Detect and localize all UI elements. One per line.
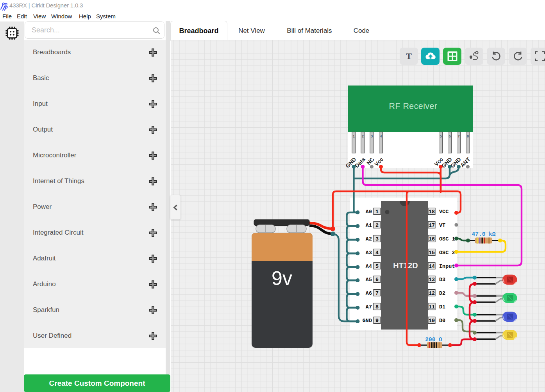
svg-text:6: 6 (449, 134, 450, 138)
svg-text:8: 8 (375, 304, 379, 310)
svg-text:6: 6 (375, 277, 379, 283)
svg-text:A1: A1 (366, 223, 372, 228)
svg-text:A5: A5 (366, 277, 372, 283)
svg-text:9v: 9v (272, 267, 292, 289)
svg-text:18: 18 (429, 209, 435, 215)
svg-text:3: 3 (375, 236, 379, 242)
svg-text:OSC 1: OSC 1 (439, 236, 455, 242)
svg-text:7: 7 (375, 290, 379, 296)
svg-text:4: 4 (375, 250, 379, 256)
svg-text:8: 8 (467, 134, 469, 138)
svg-text:15: 15 (429, 250, 435, 256)
svg-text:A4: A4 (366, 264, 372, 269)
svg-text:2: 2 (362, 134, 364, 138)
svg-text:Input: Input (439, 264, 455, 269)
svg-text:12: 12 (429, 290, 435, 296)
svg-text:D1: D1 (439, 304, 445, 310)
svg-text:200 Ω: 200 Ω (425, 337, 442, 343)
svg-text:3: 3 (371, 134, 373, 138)
svg-text:5: 5 (375, 264, 379, 269)
svg-text:10: 10 (429, 318, 435, 324)
svg-text:14: 14 (429, 264, 435, 269)
svg-text:11: 11 (429, 304, 435, 310)
svg-text:A2: A2 (366, 236, 372, 242)
svg-text:2: 2 (375, 223, 379, 228)
svg-text:9: 9 (375, 318, 379, 324)
svg-text:A3: A3 (366, 250, 372, 256)
svg-text:A6: A6 (366, 290, 372, 296)
svg-text:16: 16 (429, 236, 435, 242)
svg-text:4: 4 (380, 134, 382, 138)
svg-text:1: 1 (353, 134, 355, 138)
svg-text:VCC: VCC (439, 209, 449, 215)
svg-text:VT: VT (439, 223, 445, 228)
svg-text:D0: D0 (439, 318, 445, 324)
svg-text:5: 5 (440, 134, 441, 138)
svg-text:OSC 2: OSC 2 (439, 250, 455, 256)
svg-text:A7: A7 (366, 304, 372, 310)
svg-text:D2: D2 (439, 290, 445, 296)
svg-text:1: 1 (375, 209, 379, 215)
svg-text:GND: GND (363, 318, 372, 324)
svg-text:HT12D: HT12D (393, 261, 418, 270)
svg-text:A0: A0 (366, 209, 372, 215)
svg-text:D3: D3 (439, 277, 445, 283)
svg-text:RF Receiver: RF Receiver (389, 102, 438, 111)
svg-text:47.0 kΩ: 47.0 kΩ (472, 231, 496, 237)
svg-text:13: 13 (429, 277, 435, 283)
svg-text:7: 7 (457, 134, 459, 138)
svg-text:17: 17 (429, 223, 435, 228)
